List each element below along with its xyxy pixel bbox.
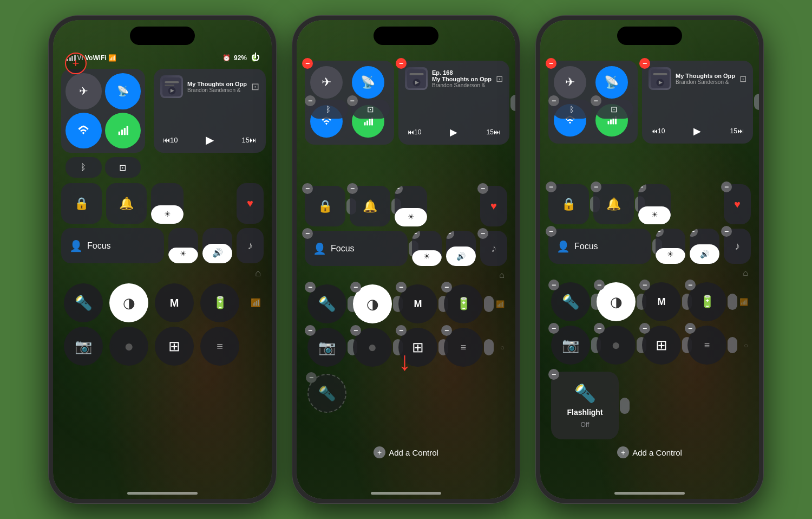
sun3[interactable]: − ☀ [656, 229, 685, 264]
forward-2[interactable]: 15⏭ [487, 128, 500, 136]
lock-minus[interactable]: − [302, 183, 313, 194]
conn-grid-minus[interactable]: − [302, 58, 313, 69]
rec3-minus[interactable]: − [594, 323, 605, 334]
media-card-3[interactable]: − My Thoughts on Opp Brandon Sanderson &… [642, 61, 753, 144]
media-card-2[interactable]: − Ep. 168 My Thoughts on Opp Brandon San… [398, 61, 509, 145]
bell3-minus[interactable]: − [591, 181, 601, 192]
magnifier-edit[interactable]: − M [398, 284, 437, 323]
flashlight-button[interactable]: 🔦 [64, 283, 103, 322]
txt-3[interactable]: − ≡ [687, 326, 726, 365]
batt3-drag[interactable] [728, 294, 737, 310]
brightness-slider[interactable]: ☀ [151, 183, 184, 224]
focus-3[interactable]: − 👤 Focus [548, 229, 651, 264]
qr3-minus[interactable]: − [639, 323, 650, 334]
sun-edit[interactable]: − ☀ [412, 231, 442, 266]
music-edit[interactable]: − ♪ [480, 231, 507, 266]
bright3-minus[interactable]: − [638, 184, 646, 192]
sun-brightness-slider[interactable]: ☀ [168, 228, 198, 263]
focus-edit[interactable]: − 👤 Focus [305, 231, 408, 266]
music-minus[interactable]: − [477, 228, 488, 239]
airplane-3[interactable]: ✈ [554, 66, 586, 99]
bell-minus[interactable]: − [347, 183, 358, 194]
focus3-minus[interactable]: − [546, 226, 556, 237]
cast-minus[interactable]: − [347, 95, 358, 106]
signal-button[interactable] [105, 113, 141, 149]
batt-3[interactable]: − 🔋 [687, 282, 726, 321]
vol-3[interactable]: − 🔊 [690, 229, 719, 264]
rec-edit[interactable]: − ● [353, 328, 392, 367]
rec-3[interactable]: − ● [597, 326, 636, 365]
lock-edit[interactable]: − 🔒 [305, 186, 345, 226]
media3-drag[interactable] [754, 94, 759, 110]
media3-minus[interactable]: − [639, 58, 650, 69]
dm-minus[interactable]: − [350, 282, 361, 293]
music-note-button[interactable]: ♪ [237, 228, 264, 263]
text-size-button[interactable]: ≡ [200, 327, 239, 366]
flashlight-drag-spot[interactable]: − 🔦 [307, 374, 346, 413]
tooltip-minus[interactable]: − [548, 369, 559, 380]
home-indicator-2[interactable] [371, 492, 441, 495]
txt-minus[interactable]: − [441, 325, 452, 336]
record-button[interactable]: ● [109, 327, 148, 366]
batt-minus[interactable]: − [441, 282, 452, 293]
brightness-edit[interactable]: − ☀ [395, 186, 427, 226]
airplay-edit[interactable]: ⊡ [496, 74, 503, 84]
dm-3[interactable]: − ◑ [597, 282, 636, 321]
bell-edit[interactable]: − 🔔 [350, 186, 390, 226]
add-control-btn-2[interactable]: + Add a Control [305, 444, 507, 461]
tooltip-drag[interactable] [620, 398, 630, 414]
play-button[interactable]: ▶ [206, 133, 214, 146]
bell-3[interactable]: − 🔔 [593, 184, 634, 224]
focus-button[interactable]: 👤 Focus [61, 228, 164, 263]
batt-edit[interactable]: − 🔋 [444, 284, 483, 323]
music3-minus[interactable]: − [721, 226, 732, 237]
ap-3[interactable]: ⊡ [739, 74, 746, 84]
podcast-3[interactable]: 📡 [595, 66, 628, 99]
txt3-minus[interactable]: − [685, 323, 696, 334]
lock-3[interactable]: − 🔒 [548, 184, 589, 224]
podcast-button[interactable]: 📡 [105, 73, 141, 109]
flashlight-edit[interactable]: − 🔦 [307, 284, 346, 323]
dark-mode-button[interactable]: ◑ [109, 283, 148, 322]
home-indicator-1[interactable] [127, 492, 198, 495]
heart3-minus[interactable]: − [721, 181, 732, 192]
rotation-lock-button[interactable]: 🔒 [61, 183, 102, 224]
cast-edit[interactable]: − ⊡ [351, 100, 390, 119]
cam-minus[interactable]: − [305, 325, 316, 336]
vol3-minus[interactable]: − [690, 229, 698, 237]
heart-edit[interactable]: − ♥ [480, 186, 507, 226]
add-control-button[interactable]: + [65, 53, 87, 74]
txt-edit[interactable]: − ≡ [444, 328, 483, 367]
vol-edit[interactable]: − 🔊 [446, 231, 476, 266]
cam3-minus[interactable]: − [548, 323, 559, 334]
brightness-minus[interactable]: − [395, 186, 403, 194]
airplane-edit[interactable]: ✈ [310, 66, 343, 99]
lock3-minus[interactable]: − [546, 181, 556, 192]
flash-minus[interactable]: − [305, 282, 316, 293]
txt-drag[interactable] [484, 339, 494, 355]
bluetooth-button[interactable]: ᛒ [66, 157, 102, 178]
camera-button[interactable]: 📷 [64, 327, 103, 366]
bt-minus[interactable]: − [305, 95, 316, 106]
rew-3[interactable]: ⏮10 [651, 127, 665, 135]
mag-3[interactable]: − M [642, 282, 681, 321]
focus-minus[interactable]: − [302, 228, 313, 239]
qr-3[interactable]: − ⊞ [642, 326, 681, 365]
mag-minus[interactable]: − [396, 282, 407, 293]
play-2[interactable]: ▶ [450, 126, 457, 138]
rewind-2[interactable]: ⏮10 [408, 128, 421, 136]
batt-drag[interactable] [484, 296, 494, 312]
bt-3[interactable]: − ᛒ [553, 100, 592, 119]
forward-button[interactable]: 15⏭ [242, 136, 257, 144]
media-drag-handle[interactable] [510, 95, 515, 111]
rec-minus[interactable]: − [350, 325, 361, 336]
bright-3[interactable]: − ☀ [638, 184, 671, 224]
flash-3[interactable]: − 🔦 [551, 282, 590, 321]
cg3-minus[interactable]: − [546, 58, 556, 69]
sun3-minus[interactable]: − [656, 229, 664, 237]
qr-minus[interactable]: − [396, 325, 407, 336]
vol-minus[interactable]: − [446, 231, 454, 239]
wifi-button[interactable] [66, 113, 102, 149]
play-3[interactable]: ▶ [693, 125, 701, 137]
home-indicator-3[interactable] [614, 492, 685, 495]
